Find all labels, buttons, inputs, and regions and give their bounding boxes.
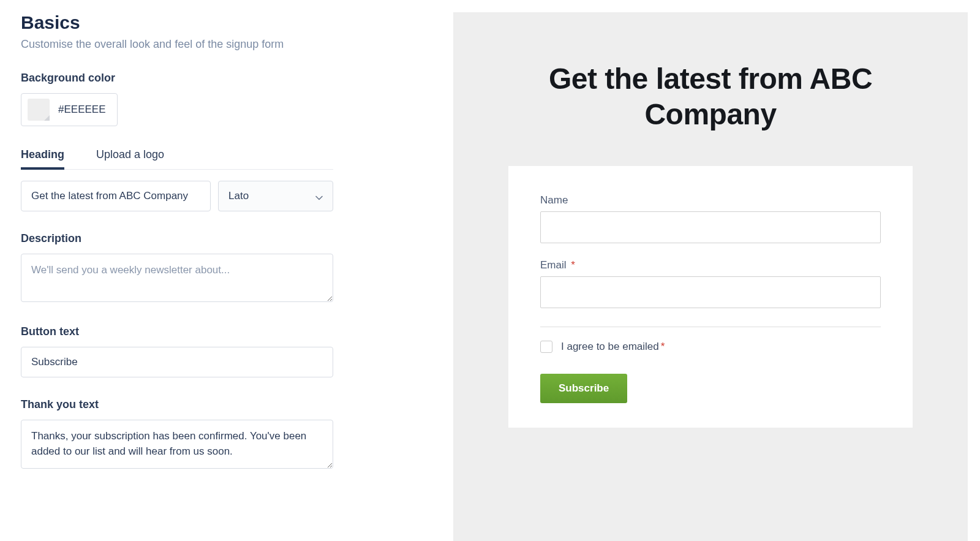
thank-you-textarea[interactable] bbox=[21, 420, 333, 469]
chevron-down-icon bbox=[315, 192, 323, 200]
thank-you-label: Thank you text bbox=[21, 398, 429, 411]
required-asterisk: * bbox=[571, 259, 575, 271]
heading-logo-tabs: Heading Upload a logo bbox=[21, 148, 333, 170]
email-input[interactable] bbox=[540, 276, 881, 308]
tab-heading[interactable]: Heading bbox=[21, 148, 64, 170]
button-text-input[interactable] bbox=[21, 347, 333, 377]
heading-text-input[interactable] bbox=[21, 181, 211, 211]
settings-panel: Basics Customise the overall look and fe… bbox=[0, 0, 453, 541]
description-textarea[interactable] bbox=[21, 254, 333, 302]
font-select-value: Lato bbox=[228, 190, 249, 202]
name-input[interactable] bbox=[540, 211, 881, 243]
page-subtitle: Customise the overall look and feel of t… bbox=[21, 38, 429, 51]
color-swatch-icon bbox=[28, 99, 50, 121]
form-divider bbox=[540, 327, 881, 327]
subscribe-button[interactable]: Subscribe bbox=[540, 374, 627, 403]
name-field-label: Name bbox=[540, 194, 881, 206]
email-label-text: Email bbox=[540, 259, 567, 271]
background-color-value: #EEEEEE bbox=[58, 104, 106, 116]
form-preview: Get the latest from ABC Company Name Ema… bbox=[453, 12, 968, 541]
font-select[interactable]: Lato bbox=[218, 181, 333, 211]
button-text-label: Button text bbox=[21, 325, 429, 338]
description-label: Description bbox=[21, 232, 429, 245]
preview-form-card: Name Email * I agree to be emailed* Subs… bbox=[508, 166, 913, 428]
preview-heading: Get the latest from ABC Company bbox=[539, 61, 882, 132]
consent-label: I agree to be emailed* bbox=[561, 341, 665, 353]
consent-text-value: I agree to be emailed bbox=[561, 341, 659, 352]
required-asterisk: * bbox=[661, 341, 665, 352]
background-color-picker[interactable]: #EEEEEE bbox=[21, 93, 118, 126]
background-color-label: Background color bbox=[21, 72, 429, 85]
consent-checkbox[interactable] bbox=[540, 341, 552, 353]
email-field-label: Email * bbox=[540, 259, 881, 271]
tab-upload-logo[interactable]: Upload a logo bbox=[96, 148, 164, 169]
consent-row: I agree to be emailed* bbox=[540, 341, 881, 353]
page-title: Basics bbox=[21, 12, 429, 33]
